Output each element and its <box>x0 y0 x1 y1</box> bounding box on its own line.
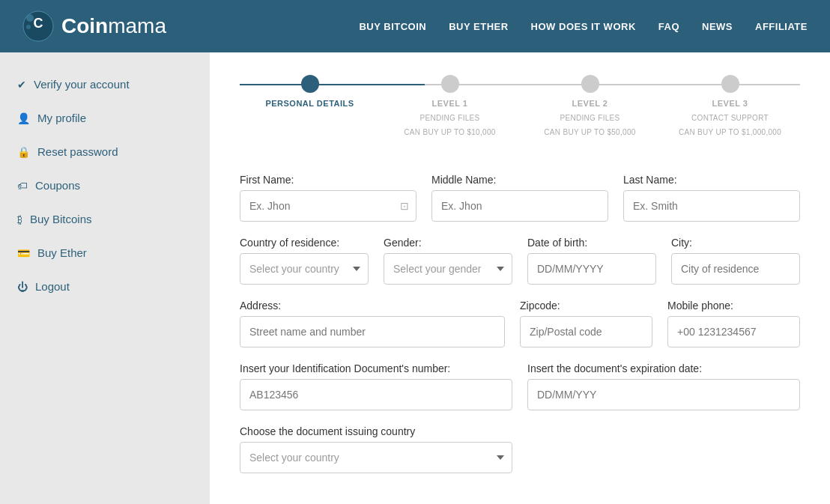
svg-text:C: C <box>34 16 43 31</box>
main-content: PERSONAL DETAILS LEVEL 1 PENDING FILES C… <box>210 52 830 504</box>
city-group: City: <box>671 237 800 285</box>
ether-icon: 💳 <box>17 247 30 259</box>
doc-expiration-label: Insert the document's expiration date: <box>527 362 800 374</box>
step-sub2-level3: CAN BUY UP TO $1,000,000 <box>679 128 781 136</box>
sidebar-item-logout[interactable]: ⏻ Logout <box>0 270 210 303</box>
doc-country-row: Choose the document issuing country Sele… <box>240 425 800 473</box>
personal-details-form: First Name: ⊡ Middle Name: Last Name: <box>240 174 800 473</box>
tag-icon: 🏷 <box>17 180 28 192</box>
step-label-level3: LEVEL 3 <box>712 99 748 108</box>
mobile-phone-input[interactable] <box>667 316 800 347</box>
logo[interactable]: C Coinmama <box>22 10 166 42</box>
user-icon: 👤 <box>17 112 30 124</box>
step-sub1-level3: CONTACT SUPPORT <box>691 114 769 122</box>
nav-buy-ether[interactable]: BUY ETHER <box>449 21 508 32</box>
step-dot-level2 <box>581 75 599 93</box>
country-of-residence-select[interactable]: Select your country <box>240 253 369 285</box>
last-name-label: Last Name: <box>623 174 800 186</box>
first-name-wrapper: ⊡ <box>240 190 416 222</box>
step-dot-personal <box>301 75 319 93</box>
name-row: First Name: ⊡ Middle Name: Last Name: <box>240 174 800 222</box>
logout-icon: ⏻ <box>17 281 28 293</box>
sidebar-label-buy-ether: Buy Ether <box>37 246 87 259</box>
sidebar-item-reset-password[interactable]: 🔒 Reset password <box>0 135 210 168</box>
dob-label: Date of birth: <box>527 237 656 249</box>
sidebar-item-coupons[interactable]: 🏷 Coupons <box>0 168 210 202</box>
gender-select[interactable]: Select your gender <box>384 253 512 285</box>
id-doc-number-label: Insert your Identification Document's nu… <box>240 362 512 374</box>
address-label: Address: <box>240 300 505 312</box>
id-doc-number-group: Insert your Identification Document's nu… <box>240 362 512 410</box>
doc-issuing-country-select[interactable]: Select your country <box>240 442 512 473</box>
nav-news[interactable]: NEWS <box>702 21 733 32</box>
first-name-input[interactable] <box>240 190 416 222</box>
step-level-1: LEVEL 1 PENDING FILES CAN BUY UP TO $10,… <box>380 75 520 136</box>
address-group: Address: <box>240 300 505 347</box>
progress-bar: PERSONAL DETAILS LEVEL 1 PENDING FILES C… <box>240 75 800 144</box>
logo-text-mama: mama <box>108 14 166 37</box>
sidebar-item-my-profile[interactable]: 👤 My profile <box>0 101 210 135</box>
nav-buy-bitcoin[interactable]: BUY BITCOIN <box>359 21 426 32</box>
step-sub1-level1: PENDING FILES <box>419 114 479 122</box>
sidebar-label-logout: Logout <box>35 280 70 293</box>
sidebar-label-my-profile: My profile <box>37 112 86 124</box>
middle-name-label: Middle Name: <box>431 174 608 186</box>
middle-name-group: Middle Name: <box>431 174 608 222</box>
id-doc-row: Insert your Identification Document's nu… <box>240 362 800 410</box>
sidebar-item-buy-bitcoins[interactable]: ₿ Buy Bitcoins <box>0 202 210 236</box>
last-name-group: Last Name: <box>623 174 800 222</box>
address-input[interactable] <box>240 316 505 347</box>
bitcoin-icon: ₿ <box>17 213 22 225</box>
id-doc-number-input[interactable] <box>240 379 512 410</box>
step-label-personal: PERSONAL DETAILS <box>265 99 354 108</box>
city-label: City: <box>671 237 800 249</box>
checkmark-icon: ✔ <box>17 79 26 91</box>
nav-faq[interactable]: FAQ <box>658 21 679 32</box>
placeholder-group <box>527 425 800 473</box>
step-sub2-level2: CAN BUY UP TO $50,000 <box>544 128 635 136</box>
step-dot-level3 <box>721 75 739 93</box>
step-dot-level1 <box>441 75 459 93</box>
step-sub1-level2: PENDING FILES <box>560 114 620 122</box>
dob-input[interactable] <box>527 253 656 285</box>
step-sub2-level1: CAN BUY UP TO $10,000 <box>404 128 495 136</box>
step-label-level2: LEVEL 2 <box>572 99 608 108</box>
svg-point-3 <box>26 25 31 29</box>
nav: BUY BITCOIN BUY ETHER HOW DOES IT WORK F… <box>359 21 808 32</box>
zipcode-label: Zipcode: <box>520 300 652 312</box>
sidebar-item-verify-account[interactable]: ✔ Verify your account <box>0 67 210 101</box>
first-name-label: First Name: <box>240 174 416 186</box>
sidebar-item-buy-ether[interactable]: 💳 Buy Ether <box>0 236 210 270</box>
country-gender-row: Country of residence: Select your countr… <box>240 237 800 285</box>
sidebar-label-reset-password: Reset password <box>37 145 118 158</box>
middle-name-input[interactable] <box>431 190 608 222</box>
nav-how-it-works[interactable]: HOW DOES IT WORK <box>531 21 636 32</box>
sidebar-label-coupons: Coupons <box>35 179 80 192</box>
logo-text-coin: Coin <box>61 14 108 37</box>
lock-icon: 🔒 <box>17 146 30 158</box>
nav-affiliate[interactable]: AFFILIATE <box>755 21 808 32</box>
zipcode-group: Zipcode: <box>520 300 652 347</box>
doc-expiration-group: Insert the document's expiration date: <box>527 362 800 410</box>
country-of-residence-label: Country of residence: <box>240 237 369 249</box>
doc-issuing-country-group: Choose the document issuing country Sele… <box>240 425 512 473</box>
header: C Coinmama BUY BITCOIN BUY ETHER HOW DOE… <box>0 0 830 52</box>
step-label-level1: LEVEL 1 <box>432 99 468 108</box>
doc-expiration-input[interactable] <box>527 379 800 410</box>
city-input[interactable] <box>671 253 800 285</box>
gender-label: Gender: <box>384 237 512 249</box>
sidebar-label-verify-account: Verify your account <box>34 78 130 91</box>
last-name-input[interactable] <box>623 190 800 222</box>
gender-group: Gender: Select your gender <box>384 237 512 285</box>
country-of-residence-group: Country of residence: Select your countr… <box>240 237 369 285</box>
mobile-phone-label: Mobile phone: <box>667 300 800 312</box>
mobile-phone-group: Mobile phone: <box>667 300 800 347</box>
dob-group: Date of birth: <box>527 237 656 285</box>
step-personal-details: PERSONAL DETAILS <box>240 75 380 108</box>
sidebar: ✔ Verify your account 👤 My profile 🔒 Res… <box>0 52 210 504</box>
step-level-3: LEVEL 3 CONTACT SUPPORT CAN BUY UP TO $1… <box>660 75 800 136</box>
address-row: Address: Zipcode: Mobile phone: <box>240 300 800 347</box>
svg-point-2 <box>26 14 34 22</box>
doc-issuing-country-label: Choose the document issuing country <box>240 425 512 437</box>
zipcode-input[interactable] <box>520 316 652 347</box>
